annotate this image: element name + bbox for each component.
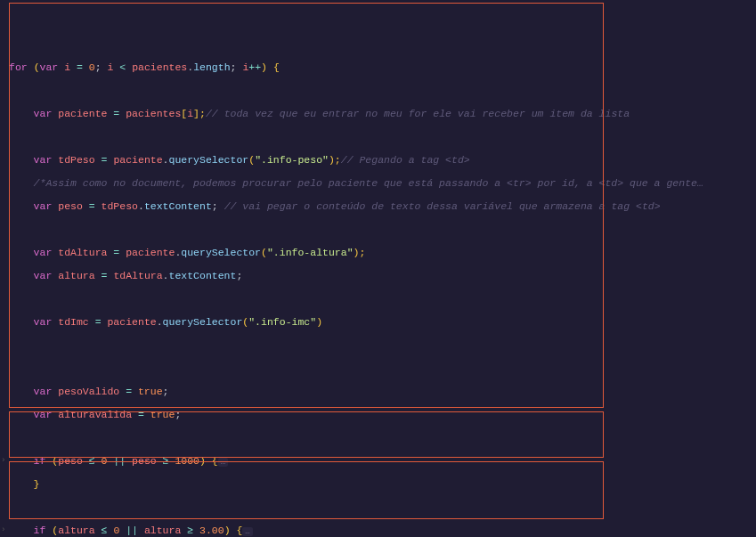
kw-var: var	[34, 108, 53, 119]
code-line[interactable]	[9, 85, 756, 96]
eq: =	[95, 270, 114, 281]
paren: )	[261, 61, 273, 73]
var: altura	[144, 525, 181, 536]
code-line[interactable]	[9, 339, 756, 351]
var: alturaValida	[58, 409, 132, 420]
paren: (	[45, 525, 58, 536]
comment: // Pegando a tag <td>	[341, 154, 470, 166]
op: ||	[107, 455, 132, 467]
dot: .	[157, 316, 163, 328]
semi: ;	[175, 409, 181, 420]
code-line[interactable]: var alturaValida = true;	[9, 409, 756, 420]
kw-var: var	[34, 316, 53, 328]
code-line[interactable]: › if (peso ≤ 0 || peso ≥ 1000) {…	[9, 455, 756, 467]
code-line[interactable]	[9, 432, 756, 443]
kw-var: var	[34, 409, 53, 420]
fn: querySelector	[169, 154, 249, 166]
fn: querySelector	[181, 247, 261, 258]
code-line[interactable]: }	[9, 478, 756, 490]
fn: querySelector	[163, 316, 243, 328]
fold-arrow-icon[interactable]: ›	[1, 455, 5, 467]
eq: =	[107, 247, 126, 258]
var: paciente	[126, 247, 175, 258]
prop-length: length	[193, 61, 230, 73]
var: altura	[58, 270, 94, 281]
code-line[interactable]	[9, 293, 756, 305]
op: ≥	[181, 525, 199, 536]
bool: true	[138, 386, 163, 397]
code-line[interactable]: var tdPeso = paciente.querySelector(".in…	[9, 154, 756, 166]
op: ||	[119, 525, 144, 536]
comment: // toda vez que eu entrar no meu for ele…	[206, 108, 630, 119]
code-editor[interactable]: for (var i = 0; i < pacientes.length; i+…	[0, 0, 756, 537]
dot: .	[163, 154, 169, 166]
kw-var: var	[34, 200, 53, 212]
eq: =	[119, 386, 138, 397]
var: tdPeso	[102, 200, 138, 212]
code-line[interactable]: var tdImc = paciente.querySelector(".inf…	[9, 316, 756, 328]
paren: (	[34, 61, 40, 73]
var: tdImc	[58, 316, 89, 328]
fold-arrow-icon[interactable]: ›	[1, 525, 5, 536]
str: ".info-altura"	[267, 247, 354, 258]
code-line[interactable]	[9, 224, 756, 235]
paren: (	[261, 247, 267, 258]
bracket: ];	[193, 108, 206, 119]
eq: =	[70, 61, 89, 73]
code-line[interactable]: var pesoValido = true;	[9, 386, 756, 397]
str: ".info-imc"	[248, 316, 316, 328]
kw-var: var	[34, 247, 53, 258]
code-line[interactable]	[9, 362, 756, 374]
brace: {	[273, 61, 280, 73]
var: peso	[132, 455, 157, 467]
code-line[interactable]	[9, 501, 756, 513]
var: paciente	[58, 108, 107, 119]
eq: =	[107, 108, 126, 119]
kw-var: var	[34, 154, 53, 166]
code-line[interactable]: var peso = tdPeso.textContent; // vai pe…	[9, 200, 756, 212]
kw-var: var	[34, 386, 53, 397]
paren: );	[354, 247, 366, 258]
code-line[interactable]: var tdAltura = paciente.querySelector(".…	[9, 247, 756, 258]
fold-indicator[interactable]: …	[218, 458, 228, 467]
kw-for: for	[9, 61, 28, 73]
eq: =	[83, 200, 102, 212]
var: tdAltura	[58, 247, 107, 258]
eq: =	[132, 409, 150, 420]
brace: }	[34, 478, 40, 490]
code-line[interactable]: var altura = tdAltura.textContent;	[9, 270, 756, 281]
code-line[interactable]: for (var i = 0; i < pacientes.length; i+…	[9, 61, 756, 73]
comment: // vai pegar o conteúdo de texto dessa v…	[224, 200, 661, 212]
op: ≥	[157, 455, 175, 467]
kw-var: var	[34, 270, 53, 281]
var: tdPeso	[58, 154, 94, 166]
kw-var: var	[40, 61, 59, 73]
brace: {	[212, 455, 218, 467]
var-pacs: pacientes	[132, 61, 187, 73]
var: paciente	[107, 316, 156, 328]
code-line[interactable]	[9, 131, 756, 142]
paren: )	[316, 316, 322, 328]
op: ≤	[95, 525, 114, 536]
code-line[interactable]: var paciente = pacientes[i];// toda vez …	[9, 108, 756, 119]
var: pesoValido	[58, 386, 119, 397]
fold-indicator[interactable]: …	[242, 527, 252, 536]
var: paciente	[113, 154, 162, 166]
code-line[interactable]: /*Assim como no document, podemos procur…	[9, 177, 756, 189]
var: pacientes	[126, 108, 181, 119]
eq: =	[95, 154, 114, 166]
paren: )	[199, 455, 212, 467]
var: altura	[58, 525, 94, 536]
prop: textContent	[144, 200, 212, 212]
lt: <	[113, 61, 132, 73]
op: ≤	[83, 455, 102, 467]
kw-if: if	[34, 525, 46, 536]
code-line[interactable]: › if (altura ≤ 0 || altura ≥ 3.00) {…	[9, 525, 756, 536]
semi: ;	[231, 61, 243, 73]
var: peso	[58, 455, 83, 467]
semi: ;	[95, 61, 108, 73]
num: 1000	[175, 455, 199, 467]
paren: )	[224, 525, 237, 536]
paren: (	[45, 455, 58, 467]
bool: true	[150, 409, 175, 420]
